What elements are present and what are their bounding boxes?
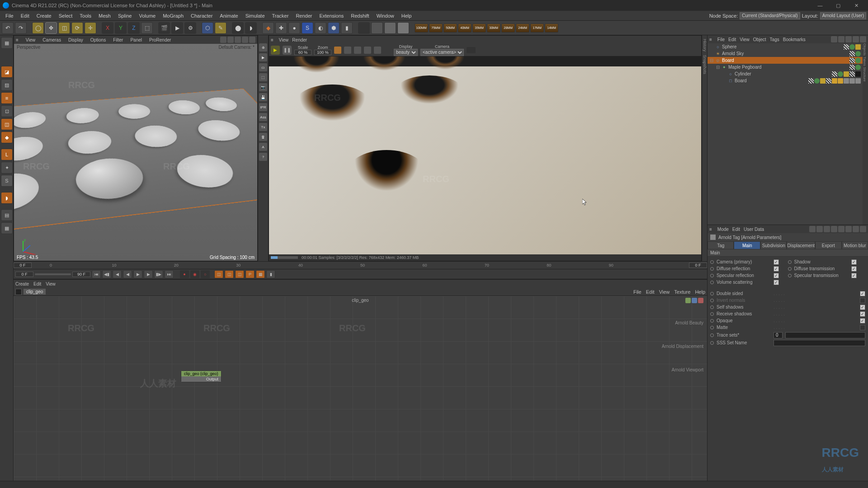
expand-toggle[interactable]: ⊟ xyxy=(709,58,714,63)
axis-mode[interactable]: L xyxy=(1,149,13,160)
shade-3[interactable] xyxy=(384,22,396,34)
ipr-crop[interactable]: ⬚ xyxy=(259,73,267,81)
node-output-port[interactable]: Output xyxy=(181,376,221,382)
aov-btn-3[interactable] xyxy=(364,47,371,54)
nmenu2-edit[interactable]: Edit xyxy=(646,289,655,295)
tag-arn[interactable] xyxy=(844,71,849,77)
material-name[interactable]: clip_geo xyxy=(24,289,46,295)
tab-subdivision[interactable]: Subdivision xyxy=(760,241,787,249)
menu-redshift[interactable]: Redshift xyxy=(347,12,373,19)
tag-arn[interactable] xyxy=(820,78,826,84)
shade-2[interactable] xyxy=(371,22,383,34)
timeline-end-input[interactable] xyxy=(689,263,707,268)
shade-4[interactable] xyxy=(397,22,409,34)
render-pv-button[interactable]: ▶ xyxy=(171,22,183,34)
layout-dropdown[interactable]: Arnold Layout (User) xyxy=(820,12,866,19)
tab-tag[interactable]: Tag xyxy=(708,241,734,249)
nmenu1-edit[interactable]: Edit xyxy=(33,282,41,286)
tag-arn[interactable] xyxy=(855,44,861,50)
tag-gry[interactable] xyxy=(849,78,855,84)
menu-character[interactable]: Character xyxy=(187,12,216,19)
am-new-icon[interactable] xyxy=(838,226,844,232)
key-anim[interactable]: ▮ xyxy=(266,270,275,278)
tag-blk[interactable] xyxy=(855,71,861,77)
lens-17MM[interactable]: 17MM xyxy=(530,23,544,33)
ipr-region[interactable]: ▭ xyxy=(259,63,267,71)
vp-menu-cameras[interactable]: Cameras xyxy=(41,38,63,42)
arnold-btn-0[interactable]: ◆ xyxy=(262,22,274,34)
am-menu-edit[interactable]: Edit xyxy=(732,227,740,232)
tab-main[interactable]: Main xyxy=(734,241,760,249)
menu-simulate[interactable]: Simulate xyxy=(242,12,269,19)
node-ctl-3[interactable] xyxy=(698,298,703,303)
menu-select[interactable]: Select xyxy=(55,12,76,19)
ipr-tx[interactable]: Tx xyxy=(259,123,267,131)
tag-ck[interactable] xyxy=(826,78,831,84)
checkbox-opaque[interactable]: ✓ xyxy=(860,318,865,324)
am-search-icon[interactable] xyxy=(831,226,837,232)
tag-gry[interactable] xyxy=(844,78,849,84)
checkbox-receive-shadows[interactable]: ✓ xyxy=(860,311,865,317)
nmenu2-help[interactable]: Help xyxy=(695,289,705,295)
workplane-mode[interactable]: ≡ xyxy=(1,92,13,104)
goto-end[interactable]: ⏭ xyxy=(165,270,174,278)
autokey[interactable]: ◉ xyxy=(190,270,199,278)
prev-frame[interactable]: ◀ xyxy=(113,270,122,278)
scale-input[interactable] xyxy=(294,50,311,55)
tag-wrn[interactable] xyxy=(832,78,837,84)
aov-btn-0[interactable] xyxy=(334,47,341,54)
goto-prev-key[interactable]: ◀▮ xyxy=(102,270,111,278)
tag-wrn[interactable] xyxy=(838,78,843,84)
node-ctl-1[interactable] xyxy=(685,298,691,303)
node-clip-geo[interactable]: clip_geo (clip_geo) Output xyxy=(181,371,222,382)
timeline-start-input[interactable] xyxy=(14,263,32,268)
vp-menu-options[interactable]: Options xyxy=(89,38,108,42)
checkbox-invert-normals[interactable]: ✓ xyxy=(860,298,865,303)
om-side-tabs[interactable]: Objects Takes Structure xyxy=(863,43,868,225)
model-mode[interactable]: ◪ xyxy=(1,66,13,78)
menu-spline[interactable]: Spline xyxy=(114,12,136,19)
ipr-snap[interactable]: 📷 xyxy=(259,83,267,91)
tag-ck[interactable] xyxy=(849,65,855,70)
ipr-ipr-play[interactable]: ▶ xyxy=(259,53,267,61)
axis-x-toggle[interactable]: X xyxy=(102,22,113,34)
om-menu-file[interactable]: File xyxy=(717,37,725,42)
menu-mograph[interactable]: MoGraph xyxy=(159,12,187,19)
tag-ck[interactable] xyxy=(808,78,814,84)
arnold-btn-5[interactable]: ⬢ xyxy=(328,22,340,34)
lens-24MM[interactable]: 24MM xyxy=(516,23,529,33)
camera-select[interactable]: <active camera> xyxy=(420,49,464,56)
nmenu2-file[interactable]: File xyxy=(633,289,642,295)
am-menu-mode[interactable]: Mode xyxy=(717,227,729,232)
om-home-icon[interactable] xyxy=(853,36,859,42)
ipr-a[interactable]: A xyxy=(259,143,267,151)
om-menu-tags[interactable]: Tags xyxy=(770,37,779,42)
am-up-icon[interactable] xyxy=(824,226,830,232)
tag-dot-g[interactable] xyxy=(855,51,861,56)
menu-window[interactable]: Window xyxy=(373,12,398,19)
current-frame-input[interactable] xyxy=(15,272,33,277)
node-ctl-2[interactable] xyxy=(692,298,697,303)
redo-button[interactable]: ↷ xyxy=(15,22,27,34)
nmenu1-create[interactable]: Create xyxy=(15,282,29,286)
object-row-cylinder[interactable]: ○Cylinder xyxy=(708,70,863,77)
lens-50MM[interactable]: 50MM xyxy=(443,23,457,33)
record-key[interactable]: ● xyxy=(180,270,189,278)
zoom-input[interactable] xyxy=(314,50,331,55)
polygon-mode[interactable]: ◆ xyxy=(1,131,13,143)
am-max-icon[interactable] xyxy=(860,226,866,232)
render-settings-button[interactable]: ⚙ xyxy=(184,22,196,34)
vp-menu-panel[interactable]: Panel xyxy=(128,38,144,42)
axis-z-toggle[interactable]: Z xyxy=(128,22,140,34)
menu-create[interactable]: Create xyxy=(33,12,55,19)
out-viewport[interactable]: Arnold Viewport xyxy=(672,367,703,372)
total-frames-input[interactable] xyxy=(72,272,90,277)
key-pla[interactable]: ▦ xyxy=(256,270,265,278)
recent-tool[interactable]: ✛ xyxy=(85,22,96,34)
move-tool[interactable]: ✥ xyxy=(45,22,57,34)
ipr-pick[interactable]: ⊕ xyxy=(259,43,267,52)
om-menu-edit[interactable]: Edit xyxy=(728,37,736,42)
key-scale[interactable]: ◫ xyxy=(225,270,234,278)
am-fwd-icon[interactable] xyxy=(816,226,823,232)
lens-75MM[interactable]: 75MM xyxy=(429,23,443,33)
